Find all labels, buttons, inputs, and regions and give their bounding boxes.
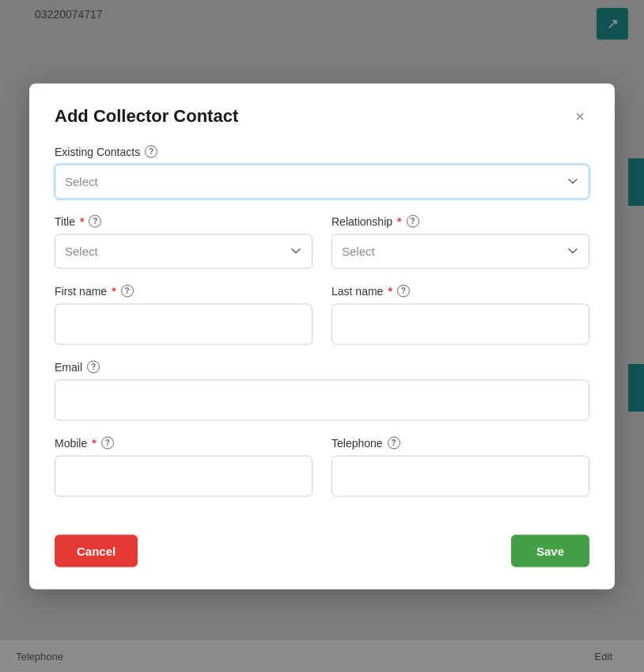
last-name-label: Last name * ? — [331, 284, 589, 297]
email-group: Email ? — [55, 360, 589, 420]
relationship-select[interactable]: Select — [331, 233, 589, 268]
relationship-label: Relationship * ? — [331, 215, 589, 227]
telephone-input[interactable] — [331, 455, 589, 496]
title-select[interactable]: Select — [55, 233, 313, 268]
existing-contacts-group: Existing Contacts ? Select — [55, 145, 589, 199]
name-row: First name * ? Last name * ? — [55, 284, 589, 360]
telephone-label: Telephone ? — [331, 436, 589, 449]
modal-header: Add Collector Contact × — [55, 105, 589, 126]
existing-contacts-help-icon: ? — [145, 145, 157, 158]
mobile-required-star: * — [92, 436, 96, 449]
close-button[interactable]: × — [570, 106, 589, 125]
last-name-required-star: * — [388, 284, 392, 297]
first-name-label: First name * ? — [55, 284, 313, 297]
existing-contacts-label: Existing Contacts ? — [55, 145, 589, 158]
cancel-button[interactable]: Cancel — [55, 534, 138, 567]
mobile-input[interactable] — [55, 455, 313, 496]
email-input[interactable] — [55, 379, 589, 420]
title-label: Title * ? — [55, 215, 313, 227]
title-group: Title * ? Select — [55, 215, 313, 268]
telephone-help-icon: ? — [388, 436, 400, 449]
relationship-group: Relationship * ? Select — [331, 215, 589, 268]
last-name-group: Last name * ? — [331, 284, 589, 344]
existing-contacts-select[interactable]: Select — [55, 164, 589, 199]
email-help-icon: ? — [87, 360, 100, 373]
mobile-telephone-row: Mobile * ? Telephone ? — [55, 436, 589, 512]
email-label: Email ? — [55, 360, 589, 373]
title-help-icon: ? — [89, 215, 101, 227]
telephone-group: Telephone ? — [331, 436, 589, 496]
first-name-required-star: * — [112, 284, 116, 297]
mobile-help-icon: ? — [101, 436, 114, 449]
mobile-label: Mobile * ? — [55, 436, 313, 449]
mobile-group: Mobile * ? — [55, 436, 313, 496]
relationship-help-icon: ? — [407, 215, 419, 227]
title-required-star: * — [80, 215, 84, 227]
last-name-input[interactable] — [331, 303, 589, 344]
modal-title: Add Collector Contact — [55, 105, 238, 126]
first-name-group: First name * ? — [55, 284, 313, 344]
last-name-help-icon: ? — [397, 284, 410, 297]
save-button[interactable]: Save — [511, 534, 589, 567]
modal-footer: Cancel Save — [55, 534, 589, 567]
first-name-input[interactable] — [55, 303, 313, 344]
relationship-required-star: * — [397, 215, 401, 227]
add-collector-contact-modal: Add Collector Contact × Existing Contact… — [29, 83, 615, 589]
title-relationship-row: Title * ? Select Relationship * ? Select — [55, 215, 589, 284]
first-name-help-icon: ? — [121, 284, 134, 297]
